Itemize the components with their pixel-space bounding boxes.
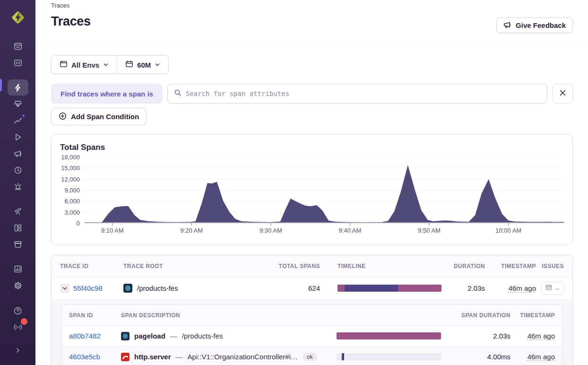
span-description: /products-fes: [182, 332, 223, 340]
megaphone-icon: [14, 149, 22, 158]
span-table: Span ID Span Description Span Duration T…: [61, 304, 563, 365]
gear-icon: [14, 281, 22, 290]
sidebar-item-replays[interactable]: [8, 129, 28, 145]
sidebar-item-issues[interactable]: [8, 38, 28, 54]
page-header: Traces Traces Give Feedback: [35, 0, 588, 43]
span-duration: 4.00ms: [441, 353, 510, 361]
chart-x-axis: 9:10 AM9:20 AM9:30 AM9:40 AM9:50 AM10:00…: [85, 227, 564, 236]
sidebar-item-releases[interactable]: [8, 162, 28, 178]
inbox-icon: [14, 42, 22, 51]
span-search-row: Find traces where a span is: [51, 84, 573, 104]
chart-y-axis: 03,0006,0009,00012,00015,00018,000: [60, 157, 85, 223]
clear-search-button[interactable]: [552, 84, 573, 104]
environment-filter-label: All Envs: [71, 61, 99, 69]
total-spans-value: 624: [268, 284, 320, 292]
date-range-filter[interactable]: 60M: [117, 56, 168, 74]
trace-issues-count: –: [555, 285, 559, 292]
chart-plot[interactable]: [85, 157, 564, 226]
page-filter-bar: All Envs 60M: [51, 55, 169, 74]
sidebar-item-archive[interactable]: [8, 236, 28, 252]
trace-timestamp[interactable]: 46m ago: [509, 284, 536, 292]
span-search-input[interactable]: [186, 90, 541, 97]
y-axis-tick-label: 12,000: [61, 175, 80, 182]
collapse-trace-button[interactable]: [60, 284, 69, 293]
span-id-link[interactable]: 4603e5cb: [69, 353, 100, 361]
separator: —: [170, 332, 177, 340]
sidebar-item-stats[interactable]: [8, 261, 28, 277]
add-span-condition-button[interactable]: Add Span Condition: [51, 108, 147, 125]
span-row: 4603e5cb http.server — Api::V1::Organiza…: [61, 347, 562, 365]
react-platform-icon: [121, 332, 130, 340]
x-axis-tick-label: 10:00 AM: [495, 227, 521, 234]
clock-icon: [14, 166, 22, 174]
sidebar-item-insights[interactable]: [8, 113, 28, 129]
broadcast-icon: [13, 323, 23, 331]
col-span-id: Span ID: [69, 312, 121, 319]
span-duration-bar: [337, 332, 441, 339]
span-status-badge: ok: [303, 353, 317, 361]
expanded-trace-zone: Span ID Span Description Span Duration T…: [52, 300, 572, 365]
trace-id-link[interactable]: 55f40c98: [73, 284, 103, 292]
insights-notification-dot: [21, 113, 26, 118]
date-range-filter-label: 60M: [137, 61, 151, 69]
x-axis-tick-label: 9:20 AM: [180, 227, 203, 234]
span-row: a80b7482 pageload — /products-fes 2.03s …: [61, 326, 562, 347]
chart-body[interactable]: 03,0006,0009,00012,00015,00018,000 9:10 …: [60, 157, 564, 238]
give-feedback-button[interactable]: Give Feedback: [496, 17, 573, 33]
span-search-box[interactable]: [167, 84, 547, 104]
sidebar-collapse-button[interactable]: [8, 342, 28, 358]
window-icon: [60, 60, 68, 70]
col-duration: Duration: [441, 263, 485, 269]
col-timeline: Timeline: [320, 263, 441, 269]
sentry-logo[interactable]: [10, 10, 26, 27]
add-span-condition-label: Add Span Condition: [71, 113, 139, 121]
sidebar-item-projects[interactable]: [8, 96, 28, 112]
total-spans-chart: Total Spans 03,0006,0009,00012,00015,000…: [51, 134, 573, 245]
sidebar-item-dashboards[interactable]: [8, 220, 28, 236]
x-axis-tick-label: 9:30 AM: [259, 227, 282, 234]
sidebar-item-discover[interactable]: [8, 203, 28, 219]
search-icon: [174, 89, 182, 98]
chart-title: Total Spans: [60, 143, 564, 152]
projector-icon: [14, 100, 22, 108]
plus-circle-icon: [59, 112, 67, 122]
megaphone-icon: [503, 21, 511, 30]
where-span-is-label: Find traces where a span is: [51, 84, 163, 104]
span-timestamp[interactable]: 46m ago: [527, 332, 555, 340]
sidebar-item-help[interactable]: [8, 303, 28, 319]
stats-icon: [14, 265, 22, 273]
col-span-duration: Span Duration: [441, 312, 510, 319]
col-span-description: Span Description: [121, 312, 321, 319]
ruby-platform-icon: [121, 353, 130, 361]
y-axis-tick-label: 0: [77, 220, 80, 227]
give-feedback-label: Give Feedback: [516, 21, 566, 29]
y-axis-tick-label: 3,000: [64, 209, 80, 216]
chevron-down-icon: [103, 61, 109, 69]
col-issues: Issues: [536, 263, 564, 269]
react-platform-icon: [123, 284, 132, 293]
environment-filter[interactable]: All Envs: [52, 56, 117, 74]
siren-icon: [14, 182, 22, 191]
trace-row: 55f40c98 /products-fes 624 2.03s 46m ago…: [52, 277, 572, 300]
sidebar-item-feedback[interactable]: [8, 146, 28, 162]
sidebar-item-traces[interactable]: [8, 79, 28, 96]
separator: —: [176, 353, 183, 361]
sidebar-item-alerts[interactable]: [8, 179, 28, 195]
traces-table: Trace ID Trace Root Total Spans Timeline…: [51, 255, 573, 365]
telescope-icon: [14, 207, 22, 216]
col-trace-root: Trace Root: [123, 263, 268, 269]
trace-root-name: /products-fes: [137, 284, 178, 292]
span-timestamp[interactable]: 46m ago: [527, 353, 555, 361]
sidebar-item-service-updates[interactable]: [8, 319, 28, 335]
sidebar-item-settings[interactable]: [8, 278, 28, 294]
sidebar-item-explore[interactable]: [8, 55, 28, 71]
span-id-link[interactable]: a80b7482: [69, 332, 101, 340]
breadcrumb[interactable]: Traces: [51, 2, 573, 9]
close-icon: [559, 89, 566, 98]
play-icon: [14, 133, 22, 141]
trace-issues-button[interactable]: –: [541, 282, 564, 295]
col-timestamp: Timestamp: [485, 263, 536, 269]
chevron-down-icon: [155, 61, 160, 69]
page-title: Traces: [51, 14, 573, 29]
x-axis-tick-label: 9:50 AM: [418, 227, 441, 234]
